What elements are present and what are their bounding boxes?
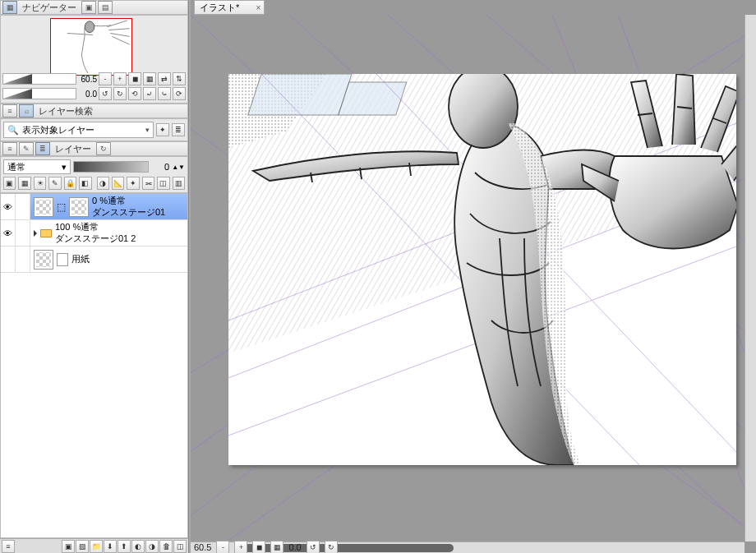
rotate-alt2-icon[interactable]: ⟳ xyxy=(173,87,186,100)
merge-down-icon[interactable]: ⬆ xyxy=(118,540,131,553)
layer-row-body[interactable]: 用紙 xyxy=(30,247,187,272)
brush-tab-icon[interactable]: ✎ xyxy=(19,142,34,155)
visibility-toggle-icon[interactable]: 👁 xyxy=(1,220,16,246)
status-100-icon[interactable]: ▦ xyxy=(270,541,284,553)
zoom-value: 60.5 xyxy=(78,75,97,84)
canvas-viewport[interactable] xyxy=(191,15,756,541)
navigator-controls: 60.5 - + ◼ ▦ ⇄ ⇅ 0.0 ↺ ↻ ⟲ ⤾ ⤿ xyxy=(2,71,186,101)
layer-palette-icon[interactable]: ◫ xyxy=(157,177,169,190)
document-tab[interactable]: イラスト* × xyxy=(194,0,265,15)
status-zoom-in-icon[interactable]: + xyxy=(234,541,247,553)
lock-column[interactable] xyxy=(16,247,30,272)
draft-layer-icon[interactable]: ✎ xyxy=(48,177,61,190)
lock-alpha-icon[interactable]: ▦ xyxy=(18,177,30,190)
layer-panel-header: ≡ ✎ ≣ レイヤー ↻ xyxy=(0,141,188,156)
zoom-out-icon[interactable]: - xyxy=(99,72,112,85)
status-rot-cw-icon[interactable]: ↻ xyxy=(325,541,338,553)
svg-rect-20 xyxy=(339,82,407,115)
layer-opacity-line: 100 %通常 xyxy=(55,222,136,233)
rotation-value: 0.0 xyxy=(78,90,97,99)
document-tab-title: イラスト* xyxy=(200,2,239,14)
lock-column[interactable] xyxy=(16,194,30,219)
rotate-ccw-icon[interactable]: ↺ xyxy=(99,87,112,100)
visibility-toggle-icon[interactable]: 👁 xyxy=(1,194,16,219)
close-tab-icon[interactable]: × xyxy=(256,3,260,12)
canvas-artboard[interactable] xyxy=(228,74,736,465)
history-tab-icon[interactable]: ↻ xyxy=(96,142,111,155)
mask-icon[interactable]: ◑ xyxy=(97,177,109,190)
delete-layer-icon[interactable]: 🗑 xyxy=(159,540,173,553)
status-rot-ccw-icon[interactable]: ↺ xyxy=(307,541,320,553)
handle-icon[interactable]: ≡ xyxy=(2,142,17,155)
expand-folder-icon[interactable] xyxy=(34,230,37,237)
layer-type-3d-icon: ⬚ xyxy=(57,201,66,213)
horizontal-scrollbar[interactable]: 60.5 - + ◼ ▦ 0.0 ↺ ↻ xyxy=(191,541,744,553)
handle-icon[interactable]: ≡ xyxy=(2,104,17,118)
zoom-fit-icon[interactable]: ◼ xyxy=(128,72,141,85)
layer-search-dropdown[interactable]: 🔍 表示対象レイヤー ▾ xyxy=(3,122,154,138)
layer-name: ダンスステージ01 2 xyxy=(55,233,136,244)
layer-mask-new-icon[interactable]: ◐ xyxy=(131,540,145,553)
lock-layer-icon[interactable]: 🔒 xyxy=(64,177,76,190)
layer-list: 👁 ⬚ 0 %通常 ダンスステージ01 👁 100 %通常 ダ xyxy=(0,193,188,538)
rotate-step-icon[interactable]: ⤾ xyxy=(143,87,156,100)
rotate-alt-icon[interactable]: ⤿ xyxy=(158,87,171,100)
new-vector-layer-icon[interactable]: ▧ xyxy=(76,540,89,553)
layer-link-icon[interactable]: ⫘ xyxy=(142,177,154,190)
svg-point-1 xyxy=(85,21,94,33)
layer-tab-icon[interactable]: ≣ xyxy=(35,142,50,155)
zoom-slider[interactable] xyxy=(2,73,76,85)
layer-misc-icon[interactable]: ▥ xyxy=(173,177,185,190)
navigator-thumbnail[interactable] xyxy=(50,18,132,76)
clip-mask-icon[interactable]: ▣ xyxy=(3,177,16,190)
layer-panel-title: レイヤー xyxy=(52,143,94,155)
two-window-icon[interactable]: ◫ xyxy=(173,540,187,553)
flip-v-icon[interactable]: ⇅ xyxy=(173,72,186,85)
svg-rect-19 xyxy=(248,74,352,115)
rotate-cw-icon[interactable]: ↻ xyxy=(113,87,127,100)
vertical-scrollbar[interactable] xyxy=(744,15,756,541)
new-folder-icon[interactable]: 📁 xyxy=(90,540,103,553)
info-tab-icon[interactable]: ▤ xyxy=(98,1,113,14)
layer-row[interactable]: 用紙 xyxy=(1,247,187,273)
rotate-reset-icon[interactable]: ⟲ xyxy=(128,87,141,100)
layer-color-icon[interactable]: ◧ xyxy=(79,177,91,190)
zoom-in-icon[interactable]: + xyxy=(113,72,127,85)
layer-fx-icon[interactable]: ✦ xyxy=(127,177,139,190)
status-zoom-out-icon[interactable]: - xyxy=(216,541,229,553)
status-zoom: 60.5 xyxy=(194,542,211,552)
layer-search-filter-icon[interactable]: ✦ xyxy=(156,123,169,136)
opacity-stepper-icon[interactable]: ▲▼ xyxy=(172,164,185,170)
opacity-slider[interactable] xyxy=(73,161,149,173)
canvas-area: イラスト* × xyxy=(191,0,756,553)
lock-column[interactable] xyxy=(16,220,30,246)
status-rotation: 0.0 xyxy=(288,542,301,552)
layer-search-options-icon[interactable]: ≣ xyxy=(172,123,185,136)
status-fit-icon[interactable]: ◼ xyxy=(252,541,265,553)
layer-toolbar: 通常 ▾ 0 ▲▼ ▣ ▦ ☀ ✎ 🔒 ◧ ◑ 📐 ✦ ⫘ ◫ ▥ xyxy=(0,156,188,193)
visibility-toggle-icon[interactable] xyxy=(1,247,16,272)
navigator-body: 60.5 - + ◼ ▦ ⇄ ⇅ 0.0 ↺ ↻ ⟲ ⤾ ⤿ xyxy=(0,15,188,104)
layer-name: ダンスステージ01 xyxy=(92,207,165,218)
layer-row-body[interactable]: 100 %通常 ダンスステージ01 2 xyxy=(30,220,187,246)
layer-row-body[interactable]: ⬚ 0 %通常 ダンスステージ01 xyxy=(30,194,187,219)
apply-mask-icon[interactable]: ◑ xyxy=(145,540,159,553)
navigator-tab-icon[interactable]: ▦ xyxy=(2,1,17,14)
ruler-icon[interactable]: 📐 xyxy=(112,177,124,190)
new-raster-layer-icon[interactable]: ▣ xyxy=(62,540,75,553)
layer-search-title: レイヤー検索 xyxy=(35,105,96,118)
layer-row[interactable]: 👁 ⬚ 0 %通常 ダンスステージ01 xyxy=(1,194,187,220)
search-scope-icon: 🔍 xyxy=(7,125,19,136)
layer-thumbnail xyxy=(34,250,53,270)
layer-search-tab-icon[interactable]: ⌕ xyxy=(19,104,34,118)
rotation-slider[interactable] xyxy=(2,88,76,99)
zoom-100-icon[interactable]: ▦ xyxy=(143,72,156,85)
layer-row[interactable]: 👁 100 %通常 ダンスステージ01 2 xyxy=(1,220,187,247)
subview-tab-icon[interactable]: ▣ xyxy=(81,1,96,14)
palette-menu-icon[interactable]: ≡ xyxy=(2,540,15,553)
reference-layer-icon[interactable]: ☀ xyxy=(34,177,46,190)
transfer-down-icon[interactable]: ⬇ xyxy=(104,540,117,553)
layer-search-dropdown-label: 表示対象レイヤー xyxy=(22,124,94,136)
blend-mode-dropdown[interactable]: 通常 ▾ xyxy=(3,159,71,174)
flip-h-icon[interactable]: ⇄ xyxy=(158,72,171,85)
